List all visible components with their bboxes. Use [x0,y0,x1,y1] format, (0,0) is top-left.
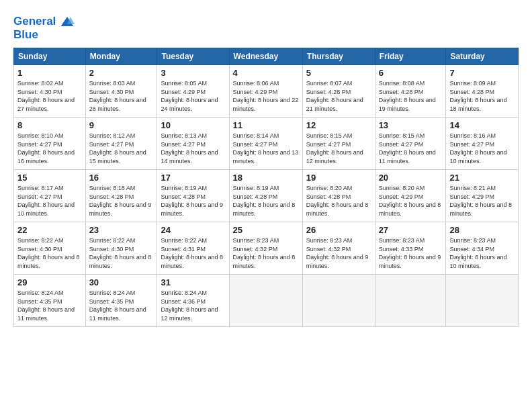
day-cell-14: 14Sunrise: 8:16 AM Sunset: 4:27 PM Dayli… [446,118,519,170]
week-row-3: 15Sunrise: 8:17 AM Sunset: 4:27 PM Dayli… [14,170,519,222]
day-cell-27: 27Sunrise: 8:23 AM Sunset: 4:33 PM Dayli… [375,222,446,275]
day-cell-9: 9Sunrise: 8:12 AM Sunset: 4:27 PM Daylig… [85,118,157,170]
day-info: Sunrise: 8:19 AM Sunset: 4:28 PM Dayligh… [233,184,299,218]
day-number: 8 [17,120,82,130]
day-info: Sunrise: 8:19 AM Sunset: 4:28 PM Dayligh… [161,184,225,218]
day-cell-28: 28Sunrise: 8:23 AM Sunset: 4:34 PM Dayli… [446,222,519,275]
day-cell-31: 31Sunrise: 8:24 AM Sunset: 4:36 PM Dayli… [157,275,229,327]
day-cell-16: 16Sunrise: 8:18 AM Sunset: 4:28 PM Dayli… [85,170,157,222]
day-cell-2: 2Sunrise: 8:03 AM Sunset: 4:30 PM Daylig… [85,65,157,118]
day-cell-6: 6Sunrise: 8:08 AM Sunset: 4:28 PM Daylig… [375,65,446,118]
logo-blue: Blue [13,28,75,42]
day-cell-15: 15Sunrise: 8:17 AM Sunset: 4:27 PM Dayli… [14,170,86,222]
day-info: Sunrise: 8:23 AM Sunset: 4:32 PM Dayligh… [306,236,371,270]
calendar-table: SundayMondayTuesdayWednesdayThursdayFrid… [13,48,519,327]
day-number: 18 [233,173,299,183]
day-info: Sunrise: 8:22 AM Sunset: 4:31 PM Dayligh… [161,236,225,270]
day-cell-11: 11Sunrise: 8:14 AM Sunset: 4:27 PM Dayli… [229,118,302,170]
day-cell-25: 25Sunrise: 8:23 AM Sunset: 4:32 PM Dayli… [229,222,302,275]
day-number: 25 [233,225,299,235]
day-cell-26: 26Sunrise: 8:23 AM Sunset: 4:32 PM Dayli… [302,222,375,275]
day-cell-18: 18Sunrise: 8:19 AM Sunset: 4:28 PM Dayli… [229,170,302,222]
day-cell-29: 29Sunrise: 8:24 AM Sunset: 4:35 PM Dayli… [14,275,86,327]
day-number: 26 [306,225,371,235]
day-cell-3: 3Sunrise: 8:05 AM Sunset: 4:29 PM Daylig… [157,65,229,118]
day-number: 28 [449,225,515,235]
day-info: Sunrise: 8:07 AM Sunset: 4:28 PM Dayligh… [306,79,371,113]
day-cell-8: 8Sunrise: 8:10 AM Sunset: 4:27 PM Daylig… [14,118,86,170]
header-thursday: Thursday [302,48,375,65]
day-info: Sunrise: 8:22 AM Sunset: 4:30 PM Dayligh… [17,236,82,270]
day-number: 6 [379,68,443,78]
week-row-2: 8Sunrise: 8:10 AM Sunset: 4:27 PM Daylig… [14,118,519,170]
day-cell-24: 24Sunrise: 8:22 AM Sunset: 4:31 PM Dayli… [157,222,229,275]
day-info: Sunrise: 8:20 AM Sunset: 4:29 PM Dayligh… [379,184,443,218]
day-cell-10: 10Sunrise: 8:13 AM Sunset: 4:27 PM Dayli… [157,118,229,170]
empty-cell [229,275,302,327]
header-monday: Monday [85,48,157,65]
day-info: Sunrise: 8:21 AM Sunset: 4:29 PM Dayligh… [449,184,515,218]
header-sunday: Sunday [14,48,86,65]
day-number: 14 [449,120,515,130]
day-cell-17: 17Sunrise: 8:19 AM Sunset: 4:28 PM Dayli… [157,170,229,222]
day-number: 12 [306,120,371,130]
header-tuesday: Tuesday [157,48,229,65]
day-info: Sunrise: 8:24 AM Sunset: 4:36 PM Dayligh… [161,289,225,322]
day-info: Sunrise: 8:17 AM Sunset: 4:27 PM Dayligh… [17,184,82,218]
day-number: 10 [161,120,225,130]
day-info: Sunrise: 8:09 AM Sunset: 4:28 PM Dayligh… [449,79,515,113]
day-cell-4: 4Sunrise: 8:06 AM Sunset: 4:29 PM Daylig… [229,65,302,118]
day-info: Sunrise: 8:15 AM Sunset: 4:27 PM Dayligh… [379,132,443,165]
day-number: 22 [17,225,82,235]
day-cell-22: 22Sunrise: 8:22 AM Sunset: 4:30 PM Dayli… [14,222,86,275]
day-info: Sunrise: 8:06 AM Sunset: 4:29 PM Dayligh… [233,79,299,113]
logo-general: General [13,15,56,28]
day-info: Sunrise: 8:08 AM Sunset: 4:28 PM Dayligh… [379,79,443,113]
day-cell-7: 7Sunrise: 8:09 AM Sunset: 4:28 PM Daylig… [446,65,519,118]
day-number: 11 [233,120,299,130]
day-info: Sunrise: 8:18 AM Sunset: 4:28 PM Dayligh… [89,184,154,218]
day-cell-12: 12Sunrise: 8:15 AM Sunset: 4:27 PM Dayli… [302,118,375,170]
week-row-1: 1Sunrise: 8:02 AM Sunset: 4:30 PM Daylig… [14,65,519,118]
day-number: 30 [89,277,154,287]
day-info: Sunrise: 8:23 AM Sunset: 4:33 PM Dayligh… [379,236,443,270]
header-wednesday: Wednesday [229,48,302,65]
day-cell-1: 1Sunrise: 8:02 AM Sunset: 4:30 PM Daylig… [14,65,86,118]
day-info: Sunrise: 8:20 AM Sunset: 4:28 PM Dayligh… [306,184,371,218]
day-cell-21: 21Sunrise: 8:21 AM Sunset: 4:29 PM Dayli… [446,170,519,222]
day-number: 29 [17,277,82,287]
day-number: 17 [161,173,225,183]
day-info: Sunrise: 8:23 AM Sunset: 4:34 PM Dayligh… [449,236,515,270]
day-info: Sunrise: 8:14 AM Sunset: 4:27 PM Dayligh… [233,132,299,165]
day-info: Sunrise: 8:03 AM Sunset: 4:30 PM Dayligh… [89,79,154,113]
day-number: 1 [17,68,82,78]
day-number: 2 [89,68,154,78]
day-number: 24 [161,225,225,235]
day-number: 20 [379,173,443,183]
day-number: 19 [306,173,371,183]
logo: General Blue [13,15,75,41]
day-number: 3 [161,68,225,78]
day-number: 16 [89,173,154,183]
day-cell-5: 5Sunrise: 8:07 AM Sunset: 4:28 PM Daylig… [302,65,375,118]
day-info: Sunrise: 8:10 AM Sunset: 4:27 PM Dayligh… [17,132,82,165]
header-friday: Friday [375,48,446,65]
day-info: Sunrise: 8:15 AM Sunset: 4:27 PM Dayligh… [306,132,371,165]
day-info: Sunrise: 8:24 AM Sunset: 4:35 PM Dayligh… [89,289,154,322]
day-cell-19: 19Sunrise: 8:20 AM Sunset: 4:28 PM Dayli… [302,170,375,222]
day-cell-13: 13Sunrise: 8:15 AM Sunset: 4:27 PM Dayli… [375,118,446,170]
day-info: Sunrise: 8:13 AM Sunset: 4:27 PM Dayligh… [161,132,225,165]
header-saturday: Saturday [446,48,519,65]
day-cell-23: 23Sunrise: 8:22 AM Sunset: 4:30 PM Dayli… [85,222,157,275]
day-number: 31 [161,277,225,287]
page-header: General Blue [13,12,519,41]
calendar-header-row: SundayMondayTuesdayWednesdayThursdayFrid… [14,48,519,65]
day-cell-20: 20Sunrise: 8:20 AM Sunset: 4:29 PM Dayli… [375,170,446,222]
day-number: 27 [379,225,443,235]
day-number: 7 [449,68,515,78]
day-info: Sunrise: 8:23 AM Sunset: 4:32 PM Dayligh… [233,236,299,270]
week-row-5: 29Sunrise: 8:24 AM Sunset: 4:35 PM Dayli… [14,275,519,327]
day-info: Sunrise: 8:24 AM Sunset: 4:35 PM Dayligh… [17,289,82,322]
day-info: Sunrise: 8:02 AM Sunset: 4:30 PM Dayligh… [17,79,82,113]
day-number: 5 [306,68,371,78]
